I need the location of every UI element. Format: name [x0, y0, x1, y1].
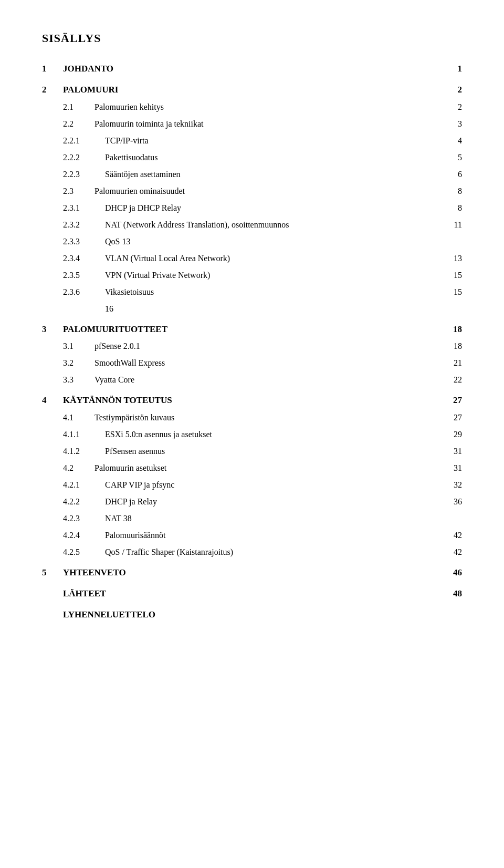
toc-num: 2.2.2 — [63, 150, 105, 165]
toc-num: 4.1.1 — [63, 427, 105, 442]
toc-label: Palomuurien ominaisuudet — [94, 184, 185, 199]
toc-num: 4 — [42, 392, 63, 408]
toc-page: 32 — [446, 478, 462, 492]
toc-num: 2.3.1 — [63, 201, 105, 215]
toc-row: 4.2.1CARP VIP ja pfsync32 — [42, 478, 462, 492]
toc-row-left: 4.1Testiympäristön kuvaus — [42, 410, 174, 425]
toc-row-left: 3PALOMUURITUOTTEET — [42, 322, 167, 337]
toc-row-left: 4.1.1ESXi 5.0:n asennus ja asetukset — [42, 427, 212, 442]
toc-row-left: 4.2.3NAT 38 — [42, 511, 132, 526]
toc-row: 1JOHDANTO1 — [42, 61, 462, 77]
toc-row: 2.3Palomuurien ominaisuudet8 — [42, 184, 462, 199]
toc-num: 4.2.4 — [63, 528, 105, 543]
toc-label: Palomuurin toiminta ja tekniikat — [94, 117, 204, 131]
toc-row: 2.3.1DHCP ja DHCP Relay8 — [42, 201, 462, 215]
toc-label: PfSensen asennus — [105, 444, 165, 459]
toc-num: 3.2 — [63, 356, 94, 370]
toc-row: 4.1Testiympäristön kuvaus27 — [42, 410, 462, 425]
toc-row: 4.2.5QoS / Traffic Shaper (Kaistanrajoit… — [42, 545, 462, 560]
toc-num: 4.1.2 — [63, 444, 105, 459]
toc-row-left: 4.2.2DHCP ja Relay — [42, 494, 157, 509]
toc-row-left: 2.3Palomuurien ominaisuudet — [42, 184, 185, 199]
toc-label: LYHENNELUETTELO — [63, 607, 155, 623]
toc-num: 4.2.1 — [63, 478, 105, 492]
toc-row-left: 4.2.1CARP VIP ja pfsync — [42, 478, 174, 492]
toc-row: 4.1.2PfSensen asennus31 — [42, 444, 462, 459]
toc-page: 2 — [446, 82, 462, 98]
toc-label: PALOMUURI — [63, 82, 118, 98]
toc-label: ESXi 5.0:n asennus ja asetukset — [105, 427, 212, 442]
toc-num: 2.3.3 — [63, 234, 105, 249]
toc-row-left: 5YHTEENVETO — [42, 565, 126, 581]
toc-num: 4.1 — [63, 410, 94, 425]
toc-row-left: 2.1Palomuurien kehitys — [42, 100, 164, 115]
toc-row-left: 2.2.3Sääntöjen asettaminen — [42, 167, 181, 182]
toc-page: 4 — [446, 133, 462, 148]
toc-row-left: 2.3.3QoS 13 — [42, 234, 130, 249]
toc-page: 42 — [446, 545, 462, 560]
toc-row-left: 2.3.1DHCP ja DHCP Relay — [42, 201, 181, 215]
toc-label: Testiympäristön kuvaus — [94, 410, 174, 425]
toc-row-left: 1JOHDANTO — [42, 61, 113, 77]
toc-page: 8 — [446, 201, 462, 215]
toc-num: 5 — [42, 565, 63, 581]
table-of-contents: SISÄLLYS 1JOHDANTO12PALOMUURI22.1Palomuu… — [42, 32, 462, 622]
toc-row: 3PALOMUURITUOTTEET18 — [42, 322, 462, 337]
toc-row: 4.2.3NAT 38 — [42, 511, 462, 526]
toc-page: 31 — [446, 461, 462, 476]
toc-row: 2.3.5VPN (Virtual Private Network)15 — [42, 268, 462, 283]
toc-row-left: 16 — [42, 302, 113, 316]
toc-row: 2.3.6Vikasietoisuus15 — [42, 285, 462, 299]
toc-page: 2 — [446, 100, 462, 115]
toc-row-left: 2.3.5VPN (Virtual Private Network) — [42, 268, 210, 283]
toc-label: VLAN (Virtual Local Area Network) — [105, 251, 230, 266]
toc-num: 2.3.4 — [63, 251, 105, 266]
toc-label: Palomuurien kehitys — [94, 100, 164, 115]
toc-entries: 1JOHDANTO12PALOMUURI22.1Palomuurien kehi… — [42, 61, 462, 622]
toc-label: Palomuurin asetukset — [94, 461, 166, 476]
toc-num: 2.3.5 — [63, 268, 105, 283]
toc-label: LÄHTEET — [63, 586, 106, 602]
toc-row: 2.2.1TCP/IP-virta4 — [42, 133, 462, 148]
toc-row: 2.2.3Sääntöjen asettaminen6 — [42, 167, 462, 182]
toc-label: NAT (Network Address Translation), osoit… — [105, 218, 289, 232]
toc-page: 18 — [446, 339, 462, 354]
toc-row-left: 4.2.4Palomuurisäännöt — [42, 528, 166, 543]
toc-page: 8 — [446, 184, 462, 199]
toc-num: 16 — [105, 302, 113, 316]
toc-num: 4.2 — [63, 461, 94, 476]
toc-row-left: LYHENNELUETTELO — [42, 607, 155, 623]
toc-row: 3.1pfSense 2.0.118 — [42, 339, 462, 354]
toc-label: VPN (Virtual Private Network) — [105, 268, 210, 283]
toc-num: 3 — [42, 322, 63, 337]
toc-page: 46 — [446, 565, 462, 581]
toc-row-left: 2.2.1TCP/IP-virta — [42, 133, 149, 148]
toc-row-left: 3.2SmoothWall Express — [42, 356, 165, 370]
toc-row: 16 — [42, 302, 462, 316]
toc-row-left: 4.1.2PfSensen asennus — [42, 444, 165, 459]
toc-label: SmoothWall Express — [94, 356, 165, 370]
toc-row: 2.2.2Pakettisuodatus5 — [42, 150, 462, 165]
toc-label: Vyatta Core — [94, 373, 134, 387]
toc-num: 2.2.3 — [63, 167, 105, 182]
toc-page: 15 — [446, 285, 462, 299]
toc-row-left: 2.3.6Vikasietoisuus — [42, 285, 154, 299]
toc-row-left: 2.3.2NAT (Network Address Translation), … — [42, 218, 289, 232]
toc-row: 2.3.4VLAN (Virtual Local Area Network)13 — [42, 251, 462, 266]
toc-page: 27 — [446, 410, 462, 425]
toc-page: 27 — [446, 392, 462, 408]
toc-row: 2.2Palomuurin toiminta ja tekniikat3 — [42, 117, 462, 131]
toc-label: KÄYTÄNNÖN TOTEUTUS — [63, 392, 172, 408]
toc-page: 5 — [446, 150, 462, 165]
toc-label: DHCP ja Relay — [105, 494, 157, 509]
toc-row-left: 4.2.5QoS / Traffic Shaper (Kaistanrajoit… — [42, 545, 233, 560]
toc-page: 11 — [446, 218, 462, 232]
toc-num: 2.3.2 — [63, 218, 105, 232]
toc-page: 29 — [446, 427, 462, 442]
toc-row: 2.3.2NAT (Network Address Translation), … — [42, 218, 462, 232]
toc-row: 4.2.2DHCP ja Relay36 — [42, 494, 462, 509]
toc-title: SISÄLLYS — [42, 32, 462, 45]
toc-label: YHTEENVETO — [63, 565, 126, 581]
toc-page: 18 — [446, 322, 462, 337]
toc-page: 6 — [446, 167, 462, 182]
